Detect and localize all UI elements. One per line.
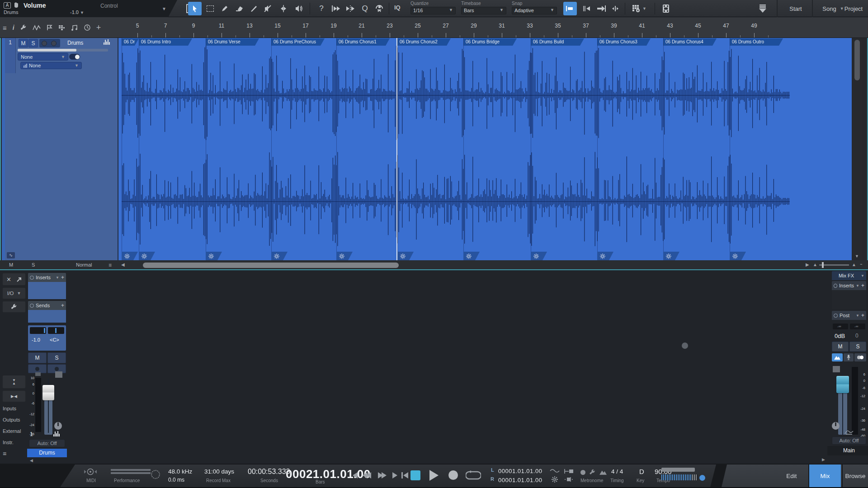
video-track-icon[interactable] [659, 2, 673, 15]
main-pan-knob[interactable] [832, 422, 840, 430]
main-volume-fader-handle[interactable] [836, 376, 849, 393]
key-value[interactable]: D [639, 468, 644, 475]
nav-inputs[interactable]: Inputs [3, 406, 16, 411]
main-inserts-power-icon[interactable] [834, 284, 837, 288]
track-size-select[interactable]: Normal [76, 262, 92, 267]
loop-start-time[interactable]: 00001.01.01.00 [498, 468, 542, 474]
grid-add-button[interactable]: ▼ [629, 2, 649, 15]
clip-gear-tab[interactable] [730, 252, 746, 260]
clip-gear-tab[interactable] [122, 252, 138, 260]
clip-label[interactable]: 06 Drums Build [531, 38, 584, 46]
range-select-tool[interactable] [203, 2, 217, 15]
zoom-in-icon[interactable]: ▲ [852, 262, 856, 267]
volume-fader-handle[interactable] [42, 385, 54, 400]
quantize-q-tool[interactable]: Q [358, 2, 372, 15]
automation-mute-button[interactable]: M [9, 262, 13, 267]
clip-gear-tab[interactable] [463, 252, 480, 260]
track-input-select[interactable]: None▼ [18, 53, 68, 61]
prev-bar-button[interactable] [353, 472, 358, 479]
automation-value[interactable]: -1.0 ▼ [70, 9, 84, 15]
pencil-tool[interactable] [218, 2, 231, 15]
main-automation-mode[interactable]: Auto: Off [832, 436, 866, 445]
export-mixdown-icon[interactable] [756, 2, 769, 15]
volume-value[interactable]: -1.0 [32, 337, 40, 343]
sends-header[interactable]: Sends + [28, 301, 66, 310]
knife-tool[interactable] [247, 2, 260, 15]
clip-label[interactable]: 06 Drums PreChorus [271, 38, 325, 46]
clip-gear-tab[interactable] [531, 252, 547, 260]
mono-toggle-button[interactable] [854, 353, 866, 361]
zoom-out-icon[interactable]: ▲ [813, 262, 817, 267]
collapse-channels-button[interactable]: ▼▲ [2, 375, 26, 389]
mute-tool[interactable] [261, 2, 275, 15]
edit-view-button[interactable]: Edit [776, 465, 807, 487]
metronome-icon-group[interactable] [580, 469, 607, 475]
list-icon[interactable]: ≡ [108, 262, 112, 268]
post-power-icon[interactable] [834, 314, 838, 318]
track-automation-icon[interactable]: ∿ [7, 252, 15, 258]
automation-mode[interactable]: Control [100, 3, 118, 9]
inserts-power-icon[interactable] [30, 276, 34, 280]
stop-button[interactable] [410, 470, 420, 480]
clip-gear-tab[interactable] [397, 252, 414, 260]
fast-forward-button[interactable] [378, 472, 387, 479]
main-inserts-header[interactable]: Inserts ▼+ [832, 281, 866, 290]
main-inserts-list[interactable] [832, 290, 866, 309]
timebase-select[interactable]: Bars▼ [461, 7, 506, 14]
post-header[interactable]: Post ▼+ [832, 311, 866, 320]
transport-settings-gear-icon[interactable] [552, 476, 558, 483]
project-page-button[interactable]: Project [839, 0, 868, 17]
clip-label[interactable]: 06 Drums Outro [730, 38, 783, 46]
nav-outputs[interactable]: Outputs [3, 417, 20, 422]
clip-lane[interactable]: 06 Dr06 Drums Intro06 Drums Verse06 Drum… [118, 38, 852, 260]
io-view-button[interactable]: I/O▼ [2, 287, 26, 299]
arrange-vertical-scrollbar[interactable]: ▼ [853, 38, 862, 260]
track-number[interactable]: 1 [5, 38, 16, 73]
inserts-header[interactable]: Inserts ▼+ [28, 273, 66, 282]
zoom-handle[interactable] [822, 262, 824, 268]
ruler-scale[interactable]: 5791113151719212325272931333537394143454… [0, 17, 868, 38]
loop-end-time[interactable]: 00001.01.01.00 [498, 477, 542, 483]
arrow-tool[interactable] [188, 2, 202, 15]
snap-cursor-icon[interactable] [595, 2, 609, 15]
tempo-toggle-dot[interactable] [699, 475, 705, 481]
channel-mute-button[interactable]: M [28, 352, 47, 363]
clip-label[interactable]: 06 Drums Intro [139, 38, 192, 46]
inspector-header[interactable]: A Volume Drums -1.0 ▼ Control ▼ [0, 0, 177, 17]
horizontal-scroll-thumb[interactable] [143, 263, 399, 268]
return-to-start-button[interactable] [401, 472, 408, 479]
talkback-mic-button[interactable] [844, 353, 854, 361]
track-header-panel[interactable]: 1 M S Drums None▼ None▼ ∿ [5, 38, 118, 260]
mixfx-header[interactable]: Mix FX▼ [832, 271, 866, 280]
channel-name-label[interactable]: Drums [27, 449, 67, 457]
snap-to-grid-icon[interactable] [563, 2, 577, 15]
automation-solo-button[interactable]: S [32, 262, 35, 267]
channel-solo-button[interactable]: S [47, 352, 66, 363]
main-pan-value[interactable]: 0 [855, 333, 859, 339]
clip-label[interactable]: 06 Drums Chorus1 [336, 38, 390, 46]
inserts-list[interactable] [28, 282, 66, 299]
start-page-button[interactable]: Start [782, 0, 809, 17]
preroll-icon[interactable] [564, 469, 574, 474]
clip-label[interactable]: 06 Dr [122, 38, 139, 46]
clip-label[interactable]: 06 Drums Chorus3 [597, 38, 651, 46]
rewind-button[interactable] [363, 472, 371, 479]
scroll-right-icon[interactable]: ▶ [806, 262, 809, 267]
track-mute-button[interactable]: M [19, 39, 28, 47]
clip-gear-tab[interactable] [597, 252, 613, 260]
play-button[interactable] [429, 470, 439, 481]
detach-console-icon[interactable] [17, 277, 22, 282]
nav-instruments[interactable]: Instr. [3, 440, 14, 445]
performance-meter[interactable] [111, 469, 151, 474]
track-name-label[interactable]: Drums [67, 40, 83, 46]
main-add-insert-icon[interactable]: + [861, 282, 864, 289]
console-scroll-right-icon[interactable]: ▶ [822, 457, 825, 462]
quantize-select[interactable]: 1/16▼ [410, 7, 456, 14]
mix-view-button[interactable]: Mix [809, 465, 841, 487]
listen-tool[interactable] [292, 2, 306, 15]
monitor-button[interactable] [51, 41, 57, 46]
console-banks-icon[interactable]: ≡ [3, 450, 6, 457]
clip-gear-tab[interactable] [663, 252, 679, 260]
pan-knob[interactable] [54, 422, 62, 430]
clip-gear-tab[interactable] [139, 252, 155, 260]
